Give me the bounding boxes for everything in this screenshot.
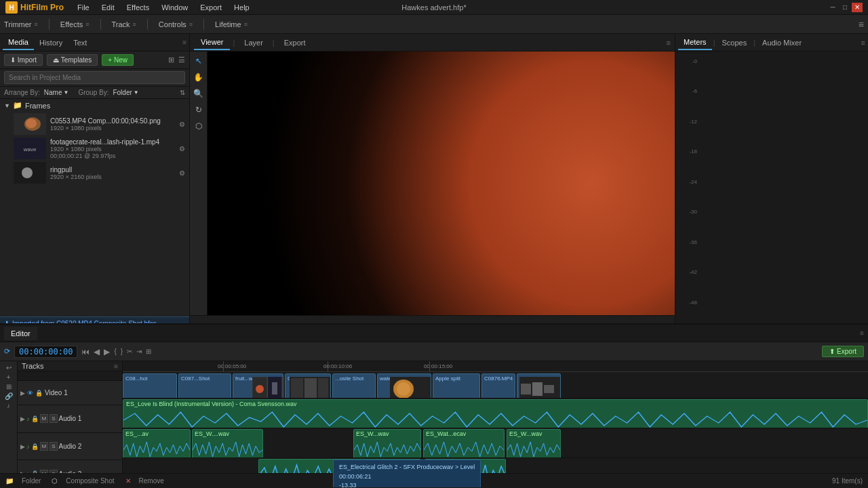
editor-tab-active[interactable]: Editor xyxy=(4,327,37,340)
status-folder-icon[interactable]: 📁 xyxy=(5,477,14,485)
vid-clip-6[interactable]: Apple split xyxy=(433,373,480,399)
viewer-tool-pan[interactable]: ✋ xyxy=(192,70,205,84)
tab-history[interactable]: History xyxy=(34,36,68,49)
editor-marker-in[interactable]: { xyxy=(114,348,116,355)
group-by-value[interactable]: Folder ▼ xyxy=(113,89,138,96)
audio2-clip-4[interactable]: ES_W...wav xyxy=(507,429,561,458)
new-button[interactable]: + New xyxy=(102,54,134,66)
editor-panel-icon[interactable]: ≡ xyxy=(860,329,864,337)
audio1-audio-icon[interactable]: ♪ xyxy=(26,415,30,422)
tab-text[interactable]: Text xyxy=(68,36,92,49)
toolbar-controls[interactable]: Controls ≡ xyxy=(159,20,193,28)
menu-effects[interactable]: Effects xyxy=(121,2,155,13)
tab-scopes[interactable]: Scopes xyxy=(716,36,752,49)
rp-panel-icon[interactable]: ≡ xyxy=(861,39,865,47)
vid-clip-0[interactable]: C08...hot xyxy=(123,373,177,399)
tool-audio[interactable]: ♪ xyxy=(7,402,10,409)
tab-meters[interactable]: Meters xyxy=(678,35,712,50)
editor-ripple-icon[interactable]: ⇥ xyxy=(136,348,142,355)
video1-lock-icon[interactable]: 🔒 xyxy=(35,390,43,396)
menu-export[interactable]: Export xyxy=(195,2,227,13)
vid-clip-7[interactable]: C0876.MP4 xyxy=(481,373,515,399)
audio1-solo-btn[interactable]: S xyxy=(50,414,57,423)
editor-split-icon[interactable]: ✂ xyxy=(127,348,132,355)
viewer-tool-select[interactable]: ↖ xyxy=(192,54,205,68)
audio2-solo-btn[interactable]: S xyxy=(50,442,57,451)
toolbar-trimmer[interactable]: Trimmer ≡ xyxy=(4,20,38,28)
editor-refresh-icon[interactable]: ⟳ xyxy=(4,347,10,356)
media-item-2[interactable]: ringpull 2920 × 2160 pixels ⚙ xyxy=(0,161,189,185)
audio2-lock-icon[interactable]: 🔒 xyxy=(31,443,39,450)
view-toggle-icon[interactable]: ⊞ xyxy=(168,56,174,64)
video1-visible-icon[interactable]: 👁 xyxy=(27,390,33,396)
audio1-clip[interactable]: ES_Love Is Blind (Instrumental Version) … xyxy=(123,399,868,428)
media-item-0[interactable]: C0553.MP4 Comp...00:00;04:50.png 1920 × … xyxy=(0,112,189,136)
viewer-panel-icon[interactable]: ≡ xyxy=(667,39,671,47)
toolbar-effects[interactable]: Effects ≡ xyxy=(60,20,90,28)
vid-clip-5[interactable]: water... Shot xyxy=(377,373,431,399)
menu-window[interactable]: Window xyxy=(156,2,193,13)
toolbar-right-icon[interactable]: ≡ xyxy=(859,19,864,30)
vid-clip-1[interactable]: C087...Shot xyxy=(178,373,231,399)
menu-edit[interactable]: Edit xyxy=(96,2,120,13)
sort-icon[interactable]: ⇅ xyxy=(180,89,185,96)
vid-clip-4[interactable]: ...osite Shot xyxy=(332,373,376,399)
export-button[interactable]: ⬆ Export xyxy=(822,346,864,357)
audio2-mute-btn[interactable]: M xyxy=(40,442,49,451)
tool-link[interactable]: 🔗 xyxy=(5,392,13,400)
import-button[interactable]: ⬇ Import xyxy=(4,54,43,66)
toolbar-track[interactable]: Track ≡ xyxy=(112,20,136,28)
vid-clip-2[interactable]: fruit...w.mp4 xyxy=(233,373,283,399)
audio1-lock-icon[interactable]: 🔒 xyxy=(31,415,39,422)
audio2-clip-3[interactable]: ES_Wat...ecav xyxy=(423,429,505,458)
list-view-icon[interactable]: ☰ xyxy=(178,56,185,64)
audio1-mute-btn[interactable]: M xyxy=(40,414,49,423)
templates-button[interactable]: ⏏ Templates xyxy=(47,54,98,66)
viewer-tool-zoom[interactable]: 🔍 xyxy=(192,87,205,100)
media-gear-icon-1[interactable]: ⚙ xyxy=(179,145,185,152)
tool-transform[interactable]: ⊞ xyxy=(6,383,12,390)
menu-file[interactable]: File xyxy=(72,2,95,13)
viewer-tool-mask[interactable]: ⬡ xyxy=(192,119,205,133)
tracks-menu-icon[interactable]: ≡ xyxy=(114,363,118,370)
media-folder-frames[interactable]: ▼ 📁 Frames xyxy=(0,99,189,112)
editor-transport-home[interactable]: ⏮ xyxy=(81,347,90,357)
media-gear-icon-2[interactable]: ⚙ xyxy=(179,169,185,177)
panel-menu-icon[interactable]: ≡ xyxy=(182,39,186,46)
maximize-button[interactable]: □ xyxy=(840,3,850,12)
tab-layer[interactable]: Layer xyxy=(237,36,270,49)
arrange-by-value[interactable]: Name ▼ xyxy=(44,89,69,96)
video1-expand-icon[interactable]: ▶ xyxy=(20,390,25,396)
tab-export[interactable]: Export xyxy=(277,36,313,49)
editor-transport-fwd[interactable]: ▶ xyxy=(104,347,110,357)
search-input[interactable] xyxy=(4,71,185,84)
audio2-expand-icon[interactable]: ▶ xyxy=(20,443,25,450)
menu-help[interactable]: Help xyxy=(229,2,255,13)
media-item-1[interactable]: wave footagecrate-real...lash-ripple-1.m… xyxy=(0,136,189,161)
tab-media[interactable]: Media xyxy=(3,35,34,50)
tab-viewer[interactable]: Viewer xyxy=(194,35,230,50)
editor-transport-back[interactable]: ◀ xyxy=(94,347,100,357)
editor-snap-icon[interactable]: ⊞ xyxy=(146,348,151,355)
audio1-expand-icon[interactable]: ▶ xyxy=(20,415,25,422)
viewer-tool-rotate[interactable]: ↻ xyxy=(192,103,205,117)
toolbar-lifetime[interactable]: Lifetime ≡ xyxy=(215,20,248,28)
app-logo: H HitFilm Pro xyxy=(5,1,64,14)
editor-timecode[interactable]: 00:00:00:00 xyxy=(14,346,77,358)
audio2-clip-0[interactable]: ES_...av xyxy=(123,429,191,458)
vid-clip-8[interactable]: ...osite Shot xyxy=(517,373,561,399)
close-button[interactable]: ✕ xyxy=(852,3,863,12)
status-remove-icon[interactable]: ✕ xyxy=(125,477,131,485)
vid-clip-3[interactable]: C0520.MP4 xyxy=(285,373,331,399)
tab-audio-mixer[interactable]: Audio Mixer xyxy=(757,36,807,49)
audio2-clip-2[interactable]: ES_W...wav xyxy=(353,429,421,458)
media-gear-icon-0[interactable]: ⚙ xyxy=(179,121,185,128)
tool-undo[interactable]: ↩ xyxy=(6,364,12,371)
audio2-audio-icon[interactable]: ♪ xyxy=(26,443,30,450)
tooltip-line1: ES_Electrical Glitch 2 - SFX Producecwav… xyxy=(339,463,475,472)
minimize-button[interactable]: ─ xyxy=(827,3,838,12)
status-composite-icon[interactable]: ⬡ xyxy=(52,477,58,485)
editor-marker-out[interactable]: } xyxy=(121,348,123,355)
audio2-clip-1[interactable]: ES_W....wav xyxy=(192,429,263,458)
tool-add[interactable]: + xyxy=(7,373,11,381)
